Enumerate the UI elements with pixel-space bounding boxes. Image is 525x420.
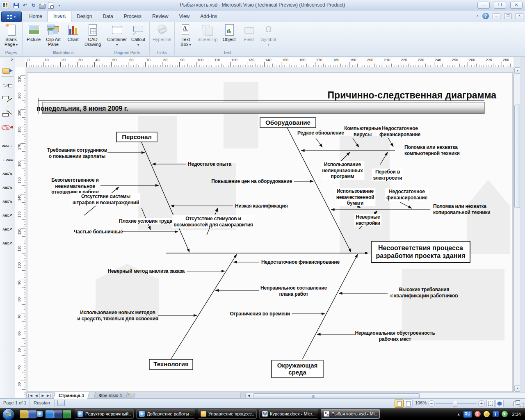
label-polomka-kopirovalnoy[interactable]: Поломка или нехваткакопировальной техник…: [433, 203, 491, 215]
secondary-cause-ne-1-shape[interactable]: ABC↗: [0, 208, 15, 221]
category-up-shape[interactable]: [0, 106, 15, 120]
taskbar-button-3[interactable]: Управление процесс...: [198, 409, 257, 419]
secondary-cause-ne-2-shape[interactable]: ABC↗: [0, 221, 15, 235]
start-button[interactable]: [2, 409, 14, 420]
label-nedostatok-opyta[interactable]: Недостаток опыта: [188, 161, 231, 167]
category-box-equipment[interactable]: Оборудование: [260, 118, 316, 128]
text-box-button[interactable]: TextBox ▾: [176, 23, 196, 48]
pan-zoom-window-button[interactable]: [495, 400, 504, 407]
taskbar-button-2[interactable]: Добавление работы ...: [136, 409, 195, 419]
page-count-label[interactable]: Page 1 of 1: [3, 400, 26, 405]
category-down-shape[interactable]: [0, 92, 15, 106]
effect-box[interactable]: Несоответствия процессаразработки проект…: [371, 241, 470, 262]
doc-minimize-button[interactable]: —: [493, 13, 500, 19]
primary-cause-right-shape[interactable]: ABC→: [0, 138, 15, 152]
help-icon[interactable]: ?: [482, 13, 489, 19]
language-label[interactable]: Russian: [34, 400, 50, 405]
label-trebovaniya[interactable]: Требования сотрудниково повышении зарпла…: [47, 147, 107, 159]
primary-cause-left-shape[interactable]: ←ABC: [0, 152, 15, 166]
label-shtrafy[interactable]: Отсутствие системыштрафов и вознагражден…: [73, 194, 139, 205]
zoom-level-label[interactable]: 106%: [415, 400, 427, 405]
label-pereboi[interactable]: Перебои вэлектросети: [373, 169, 402, 181]
whole-page-view-button[interactable]: [395, 399, 404, 408]
date-label[interactable]: понедельник, 8 июня 2009 г.: [37, 105, 128, 112]
tab-design[interactable]: Design: [71, 11, 97, 22]
label-novye-metody[interactable]: Использование новых методови средств, тя…: [77, 310, 158, 322]
language-indicator[interactable]: RU: [463, 411, 472, 418]
internet-explorer-icon[interactable]: [37, 411, 43, 417]
status-red-icon[interactable]: ☹: [475, 411, 481, 417]
expand-shapes-icon[interactable]: >: [0, 57, 15, 64]
category-box-environment[interactable]: Окружающаясреда: [272, 360, 323, 378]
device-green-icon[interactable]: ▾: [502, 411, 508, 417]
minimize-button[interactable]: —: [477, 2, 490, 9]
movie-maker-icon[interactable]: [54, 410, 62, 418]
tab-insert[interactable]: Insert: [48, 11, 71, 22]
page-width-view-button[interactable]: [404, 399, 413, 408]
doc-restore-button[interactable]: ❐: [504, 13, 512, 19]
resize-grip[interactable]: [519, 402, 525, 408]
label-chastye-bolnichnye[interactable]: Частые больничные: [74, 229, 123, 235]
label-nedost-finansirovanie-2[interactable]: Недостаточноефинансирование: [386, 189, 428, 201]
object-button[interactable]: Object: [219, 23, 239, 42]
tab-data[interactable]: Data: [97, 11, 118, 22]
chart-button[interactable]: Chart: [63, 23, 83, 42]
label-plokhie-usloviya[interactable]: Плохие условия труда: [119, 218, 172, 224]
macro-record-icon[interactable]: [57, 400, 65, 406]
file-menu-button[interactable]: ▾: [1, 11, 22, 22]
clock[interactable]: 2:34: [512, 412, 521, 417]
clip-art-pane-button[interactable]: Clip ArtPane: [43, 23, 63, 47]
cad-drawing-button[interactable]: CADDrawing: [83, 23, 103, 47]
container-button[interactable]: Container▾: [105, 23, 128, 48]
category-box-personal[interactable]: Персонал: [116, 132, 157, 142]
chevron-up-icon[interactable]: ▲: [457, 412, 461, 416]
diagram-title[interactable]: Причинно-следственная диаграмма: [328, 90, 497, 100]
vertical-scrollbar[interactable]: ▲ ▼: [514, 67, 520, 392]
fit-page-to-window-button[interactable]: [486, 400, 495, 407]
category-box-technology[interactable]: Технология: [149, 359, 193, 370]
tab-home[interactable]: Home: [24, 11, 48, 22]
zoom-in-icon[interactable]: +: [478, 400, 485, 407]
taskbar-button-1[interactable]: Редуктор червячный...: [75, 409, 134, 419]
taskbar-button-5[interactable]: Рыбья кость.vsd - Mi...: [321, 409, 380, 419]
secondary-cause-se-3-shape[interactable]: ABC↘: [0, 194, 15, 208]
label-ogranicheniya[interactable]: Ограничения во времени: [230, 311, 290, 317]
label-nedost-finansirovanie-1[interactable]: Недостаточноефинансирование: [379, 126, 421, 137]
page-tab-active[interactable]: Страница-1: [53, 392, 90, 399]
green-app-icon[interactable]: [63, 410, 71, 418]
fish-frame-shape[interactable]: [0, 120, 15, 134]
doc-close-button[interactable]: ✕: [516, 13, 523, 19]
zoom-slider[interactable]: [436, 403, 477, 404]
effect-shape[interactable]: [0, 78, 15, 92]
label-vysokie-trebovaniya[interactable]: Высокие требованияк квалификации работни…: [390, 287, 458, 299]
label-neverny-metod[interactable]: Неверный метод анализа заказа: [108, 268, 185, 274]
tab-review[interactable]: Review: [147, 11, 173, 22]
drawing-canvas[interactable]: Причинно-следственная диаграммапонедельн…: [25, 67, 514, 392]
taskbar-button-4[interactable]: Курсовик.docx - Micr...: [259, 409, 318, 419]
restore-button[interactable]: ❐: [494, 2, 506, 9]
zoom-out-icon[interactable]: −: [428, 400, 435, 407]
secondary-cause-se-2-shape[interactable]: ABC↘: [0, 180, 15, 194]
picture-button[interactable]: Picture: [24, 23, 43, 42]
label-nizkaya-kvalifikatsiya[interactable]: Низкая квалификация: [235, 203, 288, 209]
label-redkoe-obnovlenie[interactable]: Редкое обновление: [297, 130, 344, 136]
close-button[interactable]: ✕: [510, 2, 523, 9]
collapse-ribbon-icon[interactable]: ˄: [476, 14, 479, 18]
tab-process[interactable]: Process: [119, 11, 147, 22]
callout-button[interactable]: Callout▾: [128, 23, 148, 48]
open-stencil-icon[interactable]: [2, 66, 13, 75]
tab-add-ins[interactable]: Add-Ins: [195, 11, 222, 22]
save-tool-icon[interactable]: [28, 410, 37, 418]
bluetooth-icon[interactable]: ᛒ: [493, 411, 499, 417]
smiley-icon[interactable]: ☺: [484, 411, 490, 417]
label-nevernye-nastroyki[interactable]: Неверныенастройки: [356, 214, 380, 226]
label-bezotvetstvennoe[interactable]: Безответственное иневнимательноеотношени…: [51, 177, 99, 195]
zoom-slider-thumb[interactable]: [453, 401, 457, 406]
wmp-icon[interactable]: [46, 410, 54, 418]
label-povyshenie-tsen[interactable]: Повышение цен на оборудование: [211, 178, 292, 184]
secondary-cause-ne-3-shape[interactable]: ABC↗: [0, 235, 15, 249]
blank-page-button[interactable]: BlankPage ▾: [1, 23, 21, 48]
media-player-classic-icon[interactable]: [20, 410, 28, 418]
label-nedost-finansirovanie-3[interactable]: Недостаточное финансирование: [261, 259, 340, 265]
tab-view[interactable]: View: [173, 11, 195, 22]
